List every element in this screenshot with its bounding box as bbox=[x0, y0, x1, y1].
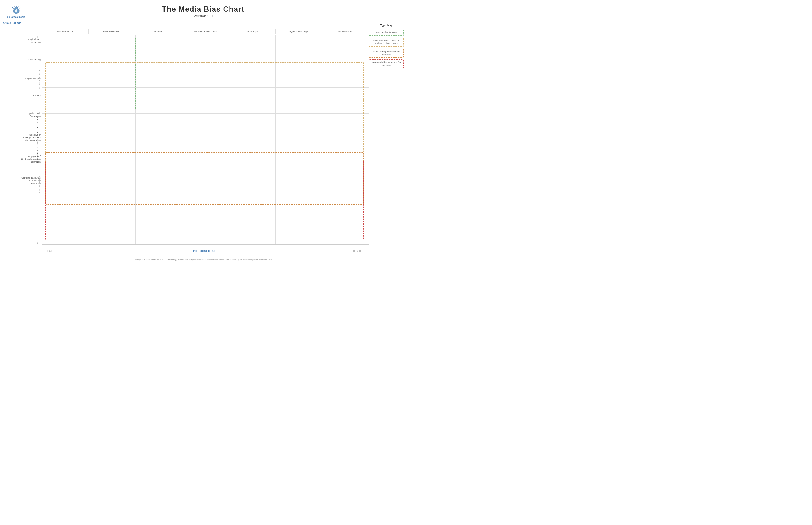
row-labels: Original Fact Reporting Fact Reporting C… bbox=[21, 31, 41, 243]
row-label-propaganda: Propoganda / Contains Misleading Informa… bbox=[21, 155, 41, 163]
logo-text: ad fontes media bbox=[7, 16, 25, 18]
key-item-some-issues: Some reliability issues and / or extremi… bbox=[369, 49, 404, 58]
key-item-serious-issues: Serious reliability issues and / or extr… bbox=[369, 59, 404, 69]
zone-reliable-news-outer bbox=[45, 62, 364, 154]
col-header-skews-right: Skews Right bbox=[229, 29, 276, 34]
col-header-most-extreme-left: Most Extreme Left bbox=[42, 29, 89, 34]
svg-line-0 bbox=[12, 7, 14, 9]
type-key-title: Type Key bbox=[369, 24, 404, 27]
key-box-reliable-analysis: Reliable for news, but high in analysis … bbox=[369, 38, 404, 47]
col-header-hyper-partisan-left: Hyper-Partisan Left bbox=[89, 29, 135, 34]
row-label-original-fact: Original Fact Reporting bbox=[21, 38, 41, 44]
row-label-fact-reporting: Fact Reporting bbox=[21, 59, 41, 61]
col-header-hyper-partisan-right: Hyper-Partisan Right bbox=[276, 29, 322, 34]
header: The Media Bias Chart Version 5.0 bbox=[0, 0, 406, 18]
left-axis-label: ← LEFT bbox=[42, 250, 55, 252]
article-ratings-label: Article Ratings bbox=[2, 21, 21, 24]
svg-line-1 bbox=[14, 6, 15, 8]
key-box-most-reliable: Most Reliable for News bbox=[369, 30, 404, 36]
row-label-selective: Selective or Incomplete Story / Unfair P… bbox=[21, 134, 41, 142]
col-header-skews-left: Skews Left bbox=[135, 29, 182, 34]
row-label-inaccurate: Contains Inaccurate / Fabricated Informa… bbox=[21, 177, 41, 185]
key-box-serious-issues: Serious reliability issues and / or extr… bbox=[369, 59, 404, 69]
logo-icon bbox=[10, 4, 22, 15]
svg-line-4 bbox=[19, 7, 20, 9]
type-key: Type Key Most Reliable for News Reliable… bbox=[369, 24, 404, 70]
row-label-analysis: Analysis bbox=[21, 94, 41, 97]
row-label-complex-analysis: Complex Analysis bbox=[21, 77, 41, 80]
main-title: The Media Bias Chart bbox=[0, 5, 406, 14]
col-header-most-extreme-right: Most Extreme Right bbox=[322, 29, 369, 34]
political-bias-label: Political Bias bbox=[193, 249, 216, 253]
footer: Copyright © 2019 Ad Fontes Media, Inc. |… bbox=[0, 258, 406, 260]
bottom-axis: ← LEFT Political Bias RIGHT → bbox=[42, 249, 369, 253]
version-label: Version 5.0 bbox=[0, 14, 406, 18]
row-label-opinion-fair: Opinion / Fair Persuasion bbox=[21, 112, 41, 118]
logo-area: ad fontes media bbox=[7, 4, 25, 18]
key-item-reliable-analysis: Reliable for news, but high in analysis … bbox=[369, 38, 404, 47]
key-item-most-reliable: Most Reliable for News bbox=[369, 30, 404, 36]
right-axis-label: RIGHT → bbox=[353, 250, 369, 252]
zone-serious-issues bbox=[45, 161, 364, 240]
column-headers: Most Extreme Left Hyper-Partisan Left Sk… bbox=[42, 29, 369, 34]
page-container: ad fontes media The Media Bias Chart Ver… bbox=[0, 0, 406, 262]
chart-grid bbox=[42, 35, 369, 245]
key-box-some-issues: Some reliability issues and / or extremi… bbox=[369, 49, 404, 58]
col-header-neutral: Neutral or Balanced Bias bbox=[182, 29, 229, 34]
svg-line-3 bbox=[17, 6, 19, 8]
